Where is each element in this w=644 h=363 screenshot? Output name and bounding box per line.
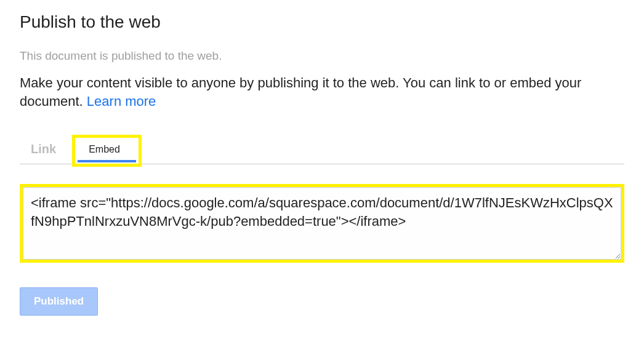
- tab-embed[interactable]: Embed: [78, 142, 136, 162]
- dialog-title: Publish to the web: [20, 12, 624, 32]
- embed-code-highlight: [20, 184, 624, 263]
- learn-more-link[interactable]: Learn more: [87, 94, 156, 109]
- published-button[interactable]: Published: [20, 287, 98, 316]
- tab-embed-highlight: Embed: [72, 135, 142, 167]
- description-text: Make your content visible to anyone by p…: [20, 74, 624, 110]
- embed-code-textarea[interactable]: [23, 187, 621, 260]
- tab-link[interactable]: Link: [20, 136, 72, 164]
- publish-status-text: This document is published to the web.: [20, 49, 624, 63]
- tabs-row: Link Embed: [20, 135, 624, 164]
